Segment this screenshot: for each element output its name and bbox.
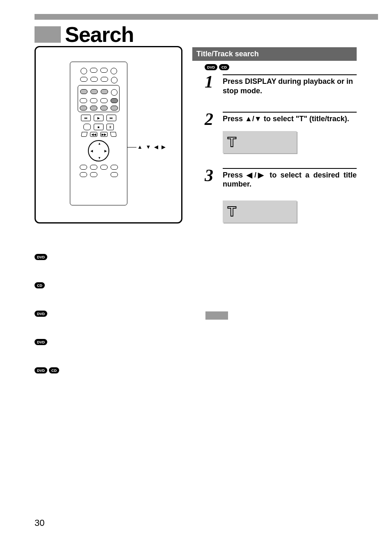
dvd-badge: DVD (35, 367, 47, 373)
step-text: Press ◀/▶ to select a desired title numb… (223, 171, 357, 189)
step-rule (223, 112, 357, 113)
remote-button-group (78, 85, 120, 112)
remote-button-icon (80, 77, 88, 82)
remote-button-icon (111, 89, 118, 96)
step-number: 2 (205, 112, 218, 127)
rewind-icon: ◀◀ (90, 132, 97, 137)
step-3: 3 Press ◀/▶ to select a desired title nu… (205, 168, 357, 223)
remote-button-icon (100, 106, 108, 111)
step-rule (223, 74, 357, 75)
pause-icon: ⏸ (106, 124, 114, 130)
stop-icon: ■ (94, 124, 104, 130)
remote-button-icon (81, 132, 87, 137)
remote-button-icon (111, 172, 118, 177)
remote-button-icon (81, 68, 87, 74)
remote-button-icon (80, 89, 88, 94)
title-glyph: T (228, 134, 236, 150)
osd-display: T (223, 200, 297, 223)
callout-line (127, 147, 136, 147)
dpad-icon: ▲ ▼ ◀ ▶ (88, 140, 109, 161)
note-item: CD (35, 282, 182, 288)
play-icon: ▶ (94, 115, 104, 121)
remote-button-icon (100, 68, 108, 73)
dvd-badge: DVD (35, 339, 47, 345)
remote-row: ■ ⏸ (70, 124, 127, 130)
remote-row (70, 165, 127, 170)
remote-illustration: ⏮ ▶ ⏭ ■ ⏸ ◀◀ ▶▶ ▲ ▼ ◀ ▶ (70, 62, 127, 205)
dvd-badge: DVD (205, 64, 217, 70)
step-text: Press DISPLAY during playback or in stop… (223, 77, 357, 95)
remote-button-icon (101, 89, 108, 94)
remote-button-icon (83, 124, 91, 130)
remote-button-icon (80, 165, 87, 170)
dvd-badge: DVD (35, 311, 47, 317)
step-number: 3 (205, 168, 218, 184)
step-text: Press ▲/▼ to select "T" (title/track). (223, 114, 357, 124)
note-item: DVD (35, 254, 182, 260)
remote-button-icon (90, 68, 97, 73)
remote-button-icon (90, 106, 97, 111)
remote-button-icon (90, 89, 98, 94)
prev-icon: ⏮ (81, 115, 91, 121)
remote-button-icon (90, 77, 98, 82)
dpad-arrows-label: ▲ ▼ ◀ ▶ (137, 144, 166, 150)
remote-row (70, 68, 127, 74)
remote-row: ⏮ ▶ ⏭ (70, 115, 127, 121)
step-rule (223, 168, 357, 169)
remote-button-icon (80, 98, 87, 103)
section-header: Title/Track search (192, 47, 357, 61)
remote-button-icon (100, 98, 108, 103)
remote-button-icon (80, 172, 87, 177)
instructions-column: Title/Track search DVD CD 1 Press DISPLA… (192, 47, 357, 235)
page-title: Search (65, 22, 134, 47)
title-glyph: T (228, 203, 236, 219)
cd-badge: CD (219, 64, 229, 70)
remote-button-icon (80, 106, 87, 111)
step-number: 1 (205, 74, 218, 90)
step-1: 1 Press DISPLAY during playback or in st… (205, 74, 357, 95)
remote-button-icon (100, 165, 108, 170)
note-item: DVD CD (35, 367, 182, 373)
cd-badge: CD (35, 282, 45, 288)
next-icon: ⏭ (106, 115, 116, 121)
dvd-badge: DVD (35, 254, 47, 260)
forward-icon: ▶▶ (100, 132, 108, 137)
remote-button-icon (111, 77, 118, 83)
remote-row: ◀◀ ▶▶ (70, 132, 127, 137)
osd-display: T (223, 131, 297, 153)
remote-button-icon (111, 98, 118, 103)
remote-row (70, 172, 127, 177)
remote-row (70, 77, 127, 83)
disc-badges: DVD CD (205, 64, 357, 70)
remote-button-icon (111, 68, 117, 74)
remote-button-icon (90, 165, 97, 170)
remote-button-icon (90, 98, 97, 103)
remote-button-icon (101, 77, 108, 82)
top-accent-bar (35, 14, 378, 20)
header-accent-block (35, 26, 61, 43)
remote-button-icon (90, 172, 97, 177)
note-item: DVD (35, 311, 182, 317)
remote-button-icon (110, 132, 116, 137)
grey-marker (205, 311, 228, 320)
page-header: Search (35, 22, 134, 47)
remote-button-icon (111, 106, 118, 111)
cd-badge: CD (49, 367, 59, 373)
note-item: DVD (35, 339, 182, 345)
page-number: 30 (35, 518, 44, 528)
remote-button-icon (111, 165, 118, 170)
notes-column: DVD CD DVD DVD DVD CD (35, 254, 182, 396)
step-2: 2 Press ▲/▼ to select "T" (title/track).… (205, 112, 357, 153)
